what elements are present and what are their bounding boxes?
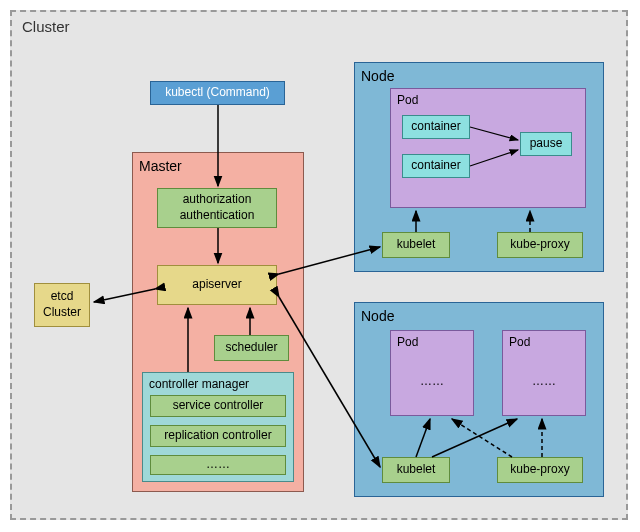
apiserver-box: apiserver bbox=[157, 265, 277, 305]
node2-kubelet-box: kubelet bbox=[382, 457, 450, 483]
kubectl-command: kubectl (Command) bbox=[150, 81, 285, 105]
node1-kubelet-box: kubelet bbox=[382, 232, 450, 258]
node2-kubeproxy-box: kube-proxy bbox=[497, 457, 583, 483]
cm-more-box: …… bbox=[150, 455, 286, 475]
node1-container2-box: container bbox=[402, 154, 470, 178]
node2-pod2-more: …… bbox=[502, 372, 586, 392]
node2-label: Node bbox=[361, 307, 394, 325]
master-label: Master bbox=[139, 157, 182, 175]
cluster-label: Cluster bbox=[22, 18, 70, 35]
node1-container1-box: container bbox=[402, 115, 470, 139]
node1-pause-box: pause bbox=[520, 132, 572, 156]
node2-pod1-more: …… bbox=[390, 372, 474, 392]
node2-pod2-label: Pod bbox=[509, 335, 530, 351]
auth-box: authorization authentication bbox=[157, 188, 277, 228]
scheduler-box: scheduler bbox=[214, 335, 289, 361]
replication-controller-box: replication controller bbox=[150, 425, 286, 447]
controller-manager-label: controller manager bbox=[149, 377, 249, 393]
node1-kubeproxy-box: kube-proxy bbox=[497, 232, 583, 258]
node1-pod-label: Pod bbox=[397, 93, 418, 109]
cluster-box: Cluster kubectl (Command) Master authori… bbox=[10, 10, 628, 520]
node1-label: Node bbox=[361, 67, 394, 85]
node2-pod1-label: Pod bbox=[397, 335, 418, 351]
etcd-box: etcd Cluster bbox=[34, 283, 90, 327]
service-controller-box: service controller bbox=[150, 395, 286, 417]
